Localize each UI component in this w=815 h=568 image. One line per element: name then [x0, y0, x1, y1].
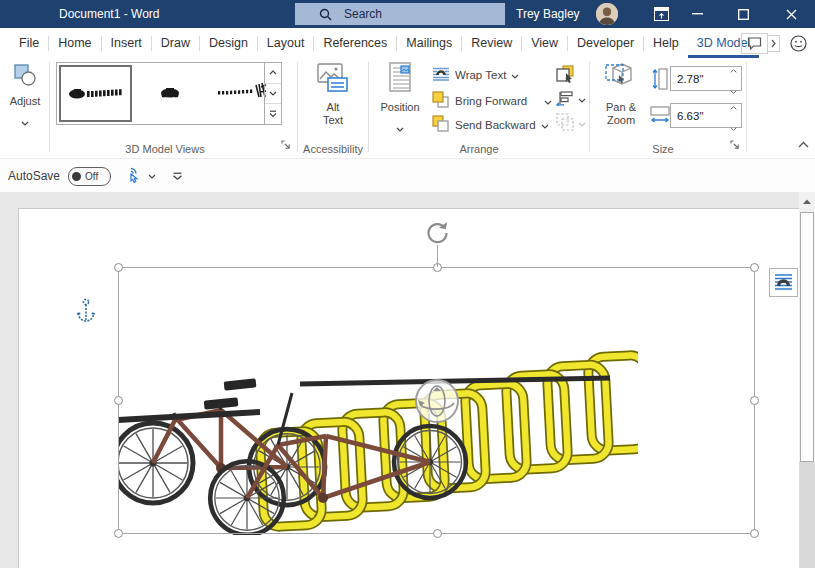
chevron-down-icon — [578, 113, 586, 131]
chevron-down-icon — [511, 69, 519, 81]
accessibility-group-label: Accessibility — [298, 143, 368, 155]
shape-width-input[interactable] — [671, 109, 723, 123]
alt-text-icon — [316, 62, 350, 98]
resize-handle-bottom-left[interactable] — [114, 529, 123, 538]
size-dialog-launcher-icon[interactable] — [730, 136, 740, 154]
bring-forward-icon — [432, 91, 450, 110]
chevron-right-icon[interactable] — [768, 35, 780, 52]
wrap-text-button[interactable]: Wrap Text — [432, 67, 519, 83]
shape-height-field[interactable] — [670, 66, 742, 91]
layout-options-button[interactable] — [769, 268, 798, 297]
tab-references[interactable]: References — [314, 28, 396, 58]
position-icon — [387, 62, 413, 98]
chevron-down-icon — [396, 118, 404, 136]
ribbon-tab-row: File Home Insert Draw Design Layout Refe… — [0, 28, 815, 58]
adjust-icon — [12, 62, 38, 92]
3d-rotate-control[interactable] — [413, 377, 461, 429]
tab-insert[interactable]: Insert — [102, 28, 151, 58]
shape-height-icon — [652, 68, 668, 94]
shape-height-input[interactable] — [671, 72, 723, 86]
resize-handle-top-left[interactable] — [114, 263, 123, 272]
maximize-button[interactable] — [726, 0, 760, 28]
scrollbar-thumb[interactable] — [800, 212, 814, 462]
arrange-group-label: Arrange — [369, 143, 589, 155]
send-backward-button[interactable]: Send Backward — [432, 115, 549, 134]
autosave-toggle[interactable]: Off — [68, 167, 111, 186]
gallery-more-button[interactable] — [265, 104, 281, 124]
group-separator — [297, 62, 298, 152]
feedback-smiley-icon[interactable] — [790, 35, 807, 52]
scroll-up-button[interactable] — [799, 192, 815, 210]
account-name[interactable]: Trey Bagley — [516, 0, 580, 28]
tab-mailings[interactable]: Mailings — [397, 28, 461, 58]
pan-zoom-icon — [603, 62, 639, 98]
model-view-thumbnail-2[interactable] — [135, 66, 204, 119]
title-bar: Document1 - Word Trey Bagley — [0, 0, 815, 28]
tab-help[interactable]: Help — [644, 28, 688, 58]
shape-width-field[interactable] — [670, 103, 742, 128]
group-button — [556, 113, 586, 131]
resize-handle-middle-left[interactable] — [114, 396, 123, 405]
selection-pane-button[interactable] — [556, 65, 576, 88]
send-backward-icon — [432, 115, 450, 134]
group-separator — [746, 62, 747, 152]
customize-quick-access-toolbar-button[interactable] — [172, 172, 183, 181]
gallery-scroll-up-button[interactable] — [265, 63, 281, 84]
alt-text-label: Alt Text — [318, 101, 348, 127]
size-group-label: Size — [590, 143, 736, 155]
wrap-text-icon — [432, 67, 450, 83]
tab-home[interactable]: Home — [49, 28, 100, 58]
search-box[interactable] — [295, 3, 505, 25]
send-backward-label: Send Backward — [455, 119, 536, 131]
adjust-button[interactable]: Adjust — [4, 62, 46, 130]
chevron-down-icon — [541, 119, 549, 131]
height-spin-up-button[interactable] — [730, 59, 737, 77]
vertical-scrollbar[interactable] — [799, 192, 815, 568]
position-button[interactable]: Position — [374, 62, 426, 136]
document-area — [0, 192, 815, 568]
resize-handle-middle-right[interactable] — [750, 396, 759, 405]
bring-forward-button[interactable]: Bring Forward — [432, 91, 552, 110]
comments-button[interactable] — [741, 33, 768, 54]
window-title: Document1 - Word — [59, 0, 159, 28]
align-button[interactable] — [556, 89, 586, 107]
tab-file[interactable]: File — [10, 28, 48, 58]
scrollbar-track[interactable] — [799, 462, 815, 568]
bring-forward-label: Bring Forward — [455, 95, 527, 107]
resize-handle-top-right[interactable] — [750, 263, 759, 272]
model-views-gallery — [56, 62, 282, 125]
model-view-thumbnail-1[interactable] — [59, 65, 132, 122]
shape-width-icon — [650, 105, 670, 129]
object-anchor-icon[interactable] — [76, 298, 96, 329]
position-label: Position — [380, 101, 419, 114]
avatar[interactable] — [596, 3, 618, 25]
tab-draw[interactable]: Draw — [152, 28, 199, 58]
minimize-button[interactable] — [680, 0, 714, 28]
tab-review[interactable]: Review — [462, 28, 521, 58]
wrap-text-label: Wrap Text — [455, 69, 506, 81]
model-views-dialog-launcher-icon[interactable] — [281, 136, 291, 154]
gallery-scroll-down-button[interactable] — [265, 84, 281, 105]
width-spin-up-button[interactable] — [730, 96, 737, 114]
tab-design[interactable]: Design — [200, 28, 257, 58]
tab-developer[interactable]: Developer — [568, 28, 643, 58]
tab-view[interactable]: View — [522, 28, 567, 58]
chevron-down-icon[interactable] — [148, 174, 156, 179]
group-separator — [368, 62, 369, 152]
group-separator — [49, 62, 50, 152]
chevron-down-icon — [578, 89, 586, 107]
resize-handle-bottom-center[interactable] — [433, 529, 442, 538]
pan-zoom-button[interactable]: Pan & Zoom — [596, 62, 646, 127]
collapse-ribbon-button[interactable] — [798, 134, 809, 152]
autosave-state: Off — [85, 171, 98, 182]
rotation-handle[interactable] — [424, 219, 451, 250]
alt-text-button[interactable]: Alt Text — [302, 62, 364, 127]
resize-handle-bottom-right[interactable] — [750, 529, 759, 538]
tab-layout[interactable]: Layout — [258, 28, 314, 58]
close-button[interactable] — [774, 0, 808, 28]
width-spin-down-button[interactable] — [730, 117, 737, 135]
touch-mouse-mode-button[interactable] — [125, 167, 141, 185]
ribbon-display-options-button[interactable] — [644, 0, 678, 28]
search-input[interactable] — [342, 6, 496, 22]
chevron-down-icon — [21, 112, 29, 130]
